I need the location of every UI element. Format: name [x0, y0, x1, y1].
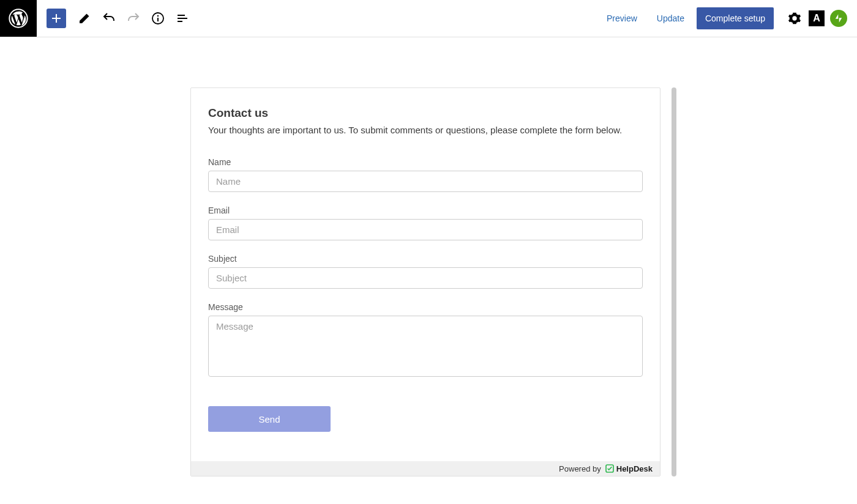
editor-toolbar: Preview Update Complete setup A [0, 0, 857, 37]
edit-button[interactable] [73, 7, 95, 29]
update-button[interactable]: Update [649, 9, 692, 28]
jetpack-button[interactable] [830, 10, 847, 27]
astra-button[interactable]: A [808, 10, 825, 27]
preview-button[interactable]: Preview [599, 9, 645, 28]
list-icon [175, 11, 190, 26]
gear-icon [788, 12, 801, 25]
redo-button[interactable] [122, 7, 144, 29]
email-field-group: Email [208, 206, 643, 240]
helpdesk-brand: HelpDesk [616, 464, 653, 473]
helpdesk-check-icon [605, 464, 615, 473]
add-block-button[interactable] [47, 9, 66, 28]
message-label: Message [208, 302, 643, 312]
block-scrollbar[interactable] [672, 87, 676, 476]
message-input[interactable] [208, 316, 643, 377]
svg-point-2 [157, 15, 159, 17]
toolbar-left-group [47, 7, 193, 29]
contact-form-block[interactable]: Contact us Your thoughts are important t… [190, 87, 661, 476]
name-field-group: Name [208, 157, 643, 192]
email-input[interactable] [208, 219, 643, 240]
jetpack-icon [830, 10, 847, 27]
name-input[interactable] [208, 171, 643, 192]
powered-by-footer: Powered by HelpDesk [191, 461, 660, 476]
subject-label: Subject [208, 254, 643, 264]
form-block-wrap: Contact us Your thoughts are important t… [190, 87, 667, 504]
powered-by-label: Powered by [559, 464, 601, 473]
editor-canvas: Contact us Your thoughts are important t… [0, 37, 857, 504]
helpdesk-logo[interactable]: HelpDesk [605, 464, 653, 473]
message-field-group: Message [208, 302, 643, 379]
svg-rect-3 [157, 18, 159, 21]
undo-button[interactable] [98, 7, 120, 29]
settings-button[interactable] [786, 10, 803, 27]
undo-icon [102, 11, 116, 26]
astra-icon: A [809, 10, 825, 26]
subject-field-group: Subject [208, 254, 643, 289]
send-button[interactable]: Send [208, 406, 331, 432]
wordpress-icon [9, 9, 28, 28]
toolbar-right-group: Preview Update Complete setup A [599, 7, 847, 29]
info-icon [151, 11, 165, 26]
name-label: Name [208, 157, 643, 167]
pencil-icon [77, 11, 92, 26]
complete-setup-button[interactable]: Complete setup [697, 7, 774, 29]
plus-icon [49, 11, 64, 26]
form-intro: Your thoughts are important to us. To su… [208, 125, 643, 135]
email-label: Email [208, 206, 643, 215]
subject-input[interactable] [208, 267, 643, 289]
outline-button[interactable] [171, 7, 193, 29]
wordpress-logo[interactable] [0, 0, 37, 37]
info-button[interactable] [147, 7, 169, 29]
redo-icon [126, 11, 141, 26]
form-title: Contact us [208, 106, 643, 120]
